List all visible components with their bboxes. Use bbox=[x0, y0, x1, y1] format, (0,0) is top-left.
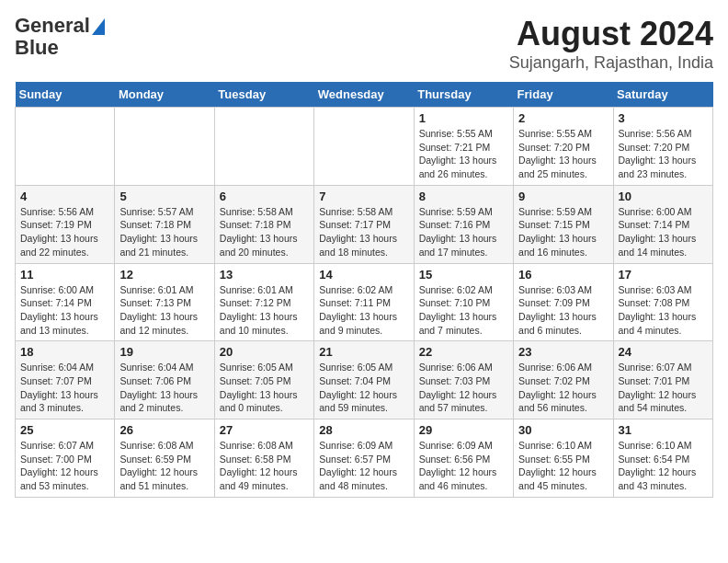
logo-general: General bbox=[15, 14, 90, 37]
cell-info: Sunrise: 6:00 AMSunset: 7:14 PMDaylight:… bbox=[20, 283, 109, 338]
calendar-cell: 8Sunrise: 5:59 AMSunset: 7:16 PMDaylight… bbox=[414, 185, 513, 263]
header-day-saturday: Saturday bbox=[613, 82, 712, 108]
day-number: 7 bbox=[319, 190, 408, 203]
day-number: 22 bbox=[419, 345, 508, 359]
cell-info: Sunrise: 6:01 AMSunset: 7:12 PMDaylight:… bbox=[220, 283, 309, 338]
day-number: 28 bbox=[319, 423, 408, 437]
title-block: August 2024 Sujangarh, Rajasthan, India bbox=[509, 15, 713, 73]
calendar-cell: 19Sunrise: 6:04 AMSunset: 7:06 PMDayligh… bbox=[115, 341, 214, 419]
cell-info: Sunrise: 6:05 AMSunset: 7:04 PMDaylight:… bbox=[319, 361, 408, 415]
cell-info: Sunrise: 6:07 AMSunset: 7:01 PMDaylight:… bbox=[619, 361, 708, 415]
day-number: 30 bbox=[518, 423, 608, 437]
calendar-cell: 28Sunrise: 6:09 AMSunset: 6:57 PMDayligh… bbox=[314, 419, 414, 498]
cell-info: Sunrise: 5:56 AMSunset: 7:20 PMDaylight:… bbox=[619, 127, 708, 181]
cell-info: Sunrise: 6:09 AMSunset: 6:56 PMDaylight:… bbox=[419, 439, 508, 493]
calendar-cell: 5Sunrise: 5:57 AMSunset: 7:18 PMDaylight… bbox=[115, 185, 214, 263]
cell-info: Sunrise: 6:02 AMSunset: 7:11 PMDaylight:… bbox=[319, 283, 408, 338]
cell-info: Sunrise: 5:55 AMSunset: 7:20 PMDaylight:… bbox=[518, 127, 608, 181]
day-number: 26 bbox=[119, 423, 209, 437]
day-number: 27 bbox=[220, 423, 309, 437]
cell-info: Sunrise: 6:06 AMSunset: 7:03 PMDaylight:… bbox=[419, 361, 508, 415]
calendar-cell: 14Sunrise: 6:02 AMSunset: 7:11 PMDayligh… bbox=[314, 263, 414, 341]
cell-info: Sunrise: 6:06 AMSunset: 7:02 PMDaylight:… bbox=[518, 361, 608, 415]
cell-info: Sunrise: 6:09 AMSunset: 6:57 PMDaylight:… bbox=[319, 439, 408, 493]
calendar-cell: 27Sunrise: 6:08 AMSunset: 6:58 PMDayligh… bbox=[214, 419, 313, 498]
cell-info: Sunrise: 5:58 AMSunset: 7:17 PMDaylight:… bbox=[319, 205, 408, 259]
calendar-cell: 21Sunrise: 6:05 AMSunset: 7:04 PMDayligh… bbox=[314, 341, 414, 419]
day-number: 20 bbox=[220, 345, 309, 359]
calendar-cell: 4Sunrise: 5:56 AMSunset: 7:19 PMDaylight… bbox=[16, 185, 115, 263]
day-number: 24 bbox=[619, 345, 708, 359]
page-header: General Blue August 2024 Sujangarh, Raja… bbox=[15, 15, 713, 73]
calendar-cell bbox=[214, 108, 313, 186]
calendar-cell: 6Sunrise: 5:58 AMSunset: 7:18 PMDaylight… bbox=[214, 185, 313, 263]
calendar-cell: 25Sunrise: 6:07 AMSunset: 7:00 PMDayligh… bbox=[16, 419, 115, 498]
day-number: 11 bbox=[20, 268, 109, 282]
cell-info: Sunrise: 5:59 AMSunset: 7:15 PMDaylight:… bbox=[518, 205, 608, 259]
cell-info: Sunrise: 6:04 AMSunset: 7:06 PMDaylight:… bbox=[119, 361, 209, 415]
header-day-wednesday: Wednesday bbox=[314, 82, 414, 108]
cell-info: Sunrise: 5:57 AMSunset: 7:18 PMDaylight:… bbox=[119, 205, 209, 259]
cell-info: Sunrise: 6:07 AMSunset: 7:00 PMDaylight:… bbox=[20, 439, 109, 493]
day-number: 25 bbox=[20, 423, 109, 437]
cell-info: Sunrise: 6:00 AMSunset: 7:14 PMDaylight:… bbox=[619, 205, 708, 259]
calendar-cell: 9Sunrise: 5:59 AMSunset: 7:15 PMDaylight… bbox=[514, 185, 613, 263]
day-number: 6 bbox=[220, 190, 309, 203]
week-row-3: 11Sunrise: 6:00 AMSunset: 7:14 PMDayligh… bbox=[16, 263, 713, 341]
header-row: SundayMondayTuesdayWednesdayThursdayFrid… bbox=[16, 82, 713, 108]
day-number: 31 bbox=[619, 423, 708, 437]
header-day-friday: Friday bbox=[514, 82, 613, 108]
calendar-cell: 29Sunrise: 6:09 AMSunset: 6:56 PMDayligh… bbox=[414, 419, 513, 498]
cell-info: Sunrise: 6:10 AMSunset: 6:54 PMDaylight:… bbox=[619, 439, 708, 493]
calendar-cell: 2Sunrise: 5:55 AMSunset: 7:20 PMDaylight… bbox=[514, 108, 613, 186]
cell-info: Sunrise: 6:03 AMSunset: 7:08 PMDaylight:… bbox=[619, 283, 708, 338]
day-number: 1 bbox=[419, 111, 508, 125]
day-number: 8 bbox=[419, 190, 508, 203]
day-number: 9 bbox=[518, 190, 608, 203]
calendar-cell bbox=[115, 108, 214, 186]
calendar-cell: 3Sunrise: 5:56 AMSunset: 7:20 PMDaylight… bbox=[613, 108, 712, 186]
calendar-cell: 26Sunrise: 6:08 AMSunset: 6:59 PMDayligh… bbox=[115, 419, 214, 498]
cell-info: Sunrise: 6:02 AMSunset: 7:10 PMDaylight:… bbox=[419, 283, 508, 338]
header-day-sunday: Sunday bbox=[16, 82, 115, 108]
calendar-cell: 22Sunrise: 6:06 AMSunset: 7:03 PMDayligh… bbox=[414, 341, 513, 419]
logo-text: General bbox=[15, 15, 105, 37]
calendar-cell: 1Sunrise: 5:55 AMSunset: 7:21 PMDaylight… bbox=[414, 108, 513, 186]
calendar-cell: 17Sunrise: 6:03 AMSunset: 7:08 PMDayligh… bbox=[613, 263, 712, 341]
day-number: 4 bbox=[20, 190, 109, 203]
calendar-cell bbox=[16, 108, 115, 186]
cell-info: Sunrise: 6:10 AMSunset: 6:55 PMDaylight:… bbox=[518, 439, 608, 493]
logo-blue: Blue bbox=[15, 37, 59, 59]
day-number: 21 bbox=[319, 345, 408, 359]
logo: General Blue bbox=[15, 15, 105, 59]
calendar-cell: 23Sunrise: 6:06 AMSunset: 7:02 PMDayligh… bbox=[514, 341, 613, 419]
week-row-2: 4Sunrise: 5:56 AMSunset: 7:19 PMDaylight… bbox=[16, 185, 713, 263]
cell-info: Sunrise: 6:04 AMSunset: 7:07 PMDaylight:… bbox=[20, 361, 109, 415]
day-number: 2 bbox=[518, 111, 608, 125]
day-number: 17 bbox=[619, 268, 708, 282]
day-number: 15 bbox=[419, 268, 508, 282]
calendar-cell: 15Sunrise: 6:02 AMSunset: 7:10 PMDayligh… bbox=[414, 263, 513, 341]
day-number: 10 bbox=[619, 190, 708, 203]
header-day-monday: Monday bbox=[115, 82, 214, 108]
logo-triangle-icon bbox=[92, 18, 105, 35]
day-number: 23 bbox=[518, 345, 608, 359]
calendar-title: August 2024 bbox=[509, 15, 713, 53]
day-number: 19 bbox=[119, 345, 209, 359]
cell-info: Sunrise: 6:08 AMSunset: 6:58 PMDaylight:… bbox=[220, 439, 309, 493]
cell-info: Sunrise: 5:59 AMSunset: 7:16 PMDaylight:… bbox=[419, 205, 508, 259]
day-number: 13 bbox=[220, 268, 309, 282]
calendar-cell: 18Sunrise: 6:04 AMSunset: 7:07 PMDayligh… bbox=[16, 341, 115, 419]
cell-info: Sunrise: 6:01 AMSunset: 7:13 PMDaylight:… bbox=[119, 283, 209, 338]
calendar-cell: 24Sunrise: 6:07 AMSunset: 7:01 PMDayligh… bbox=[613, 341, 712, 419]
week-row-5: 25Sunrise: 6:07 AMSunset: 7:00 PMDayligh… bbox=[16, 419, 713, 498]
calendar-cell: 10Sunrise: 6:00 AMSunset: 7:14 PMDayligh… bbox=[613, 185, 712, 263]
cell-info: Sunrise: 6:03 AMSunset: 7:09 PMDaylight:… bbox=[518, 283, 608, 338]
calendar-cell: 16Sunrise: 6:03 AMSunset: 7:09 PMDayligh… bbox=[514, 263, 613, 341]
cell-info: Sunrise: 5:56 AMSunset: 7:19 PMDaylight:… bbox=[20, 205, 109, 259]
calendar-table: SundayMondayTuesdayWednesdayThursdayFrid… bbox=[15, 82, 713, 498]
week-row-4: 18Sunrise: 6:04 AMSunset: 7:07 PMDayligh… bbox=[16, 341, 713, 419]
calendar-cell bbox=[314, 108, 414, 186]
calendar-cell: 20Sunrise: 6:05 AMSunset: 7:05 PMDayligh… bbox=[214, 341, 313, 419]
calendar-subtitle: Sujangarh, Rajasthan, India bbox=[509, 53, 713, 73]
